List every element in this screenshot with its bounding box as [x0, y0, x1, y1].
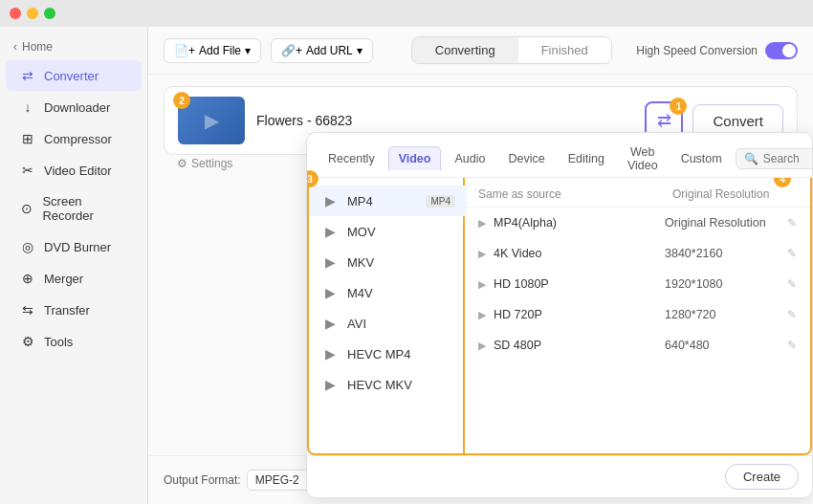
format-icon-mov: ▶: [320, 224, 340, 239]
format-item-m4v[interactable]: ▶ M4V: [309, 277, 467, 308]
format-label-mkv: MKV: [347, 255, 374, 270]
format-search[interactable]: 🔍: [736, 148, 813, 169]
settings-link[interactable]: ⚙ Settings: [177, 157, 232, 170]
format-item-mp4[interactable]: ▶ MP4 MP4: [309, 186, 467, 216]
resolution-item-alpha[interactable]: ▶ MP4(Alpha) Original Resolution ✎: [465, 208, 810, 238]
format-tab-recently[interactable]: Recently: [319, 147, 385, 170]
format-tab-custom[interactable]: Custom: [671, 147, 732, 170]
add-url-label: Add URL: [306, 44, 353, 57]
edit-icon-1080p[interactable]: ✎: [787, 277, 797, 291]
tab-finished[interactable]: Finished: [518, 37, 611, 63]
format-label-mov: MOV: [347, 225, 376, 239]
speed-conversion-toggle[interactable]: [765, 42, 798, 59]
add-file-icon: 📄+: [174, 44, 195, 57]
tab-group: Converting Finished: [411, 36, 612, 64]
edit-icon-720p[interactable]: ✎: [787, 308, 797, 321]
main-content: 📄+ Add File ▾ 🔗+ Add URL ▾ Converting Fi…: [148, 27, 813, 504]
format-icon-hevc-mp4: ▶: [320, 346, 340, 362]
format-item-mov[interactable]: ▶ MOV: [309, 216, 467, 247]
resolution-header: Same as source Original Resolution: [465, 182, 810, 208]
format-icon-hevc-mkv: ▶: [320, 377, 340, 392]
add-file-button[interactable]: 📄+ Add File ▾: [164, 38, 261, 63]
sidebar-item-merger[interactable]: ⊕ Merger: [6, 263, 142, 294]
res-label-480p: SD 480P: [494, 339, 657, 352]
res-value-1080p: 1920*1080: [665, 277, 780, 291]
app-container: ‹ Home ⇄ Converter ↓ Downloader ⊞ Compre…: [0, 27, 813, 504]
sidebar-item-label-tools: Tools: [44, 335, 73, 349]
res-value-720p: 1280*720: [665, 308, 780, 321]
title-bar: [0, 0, 813, 27]
format-tab-web-video[interactable]: Web Video: [618, 141, 668, 177]
sidebar-home[interactable]: ‹ Home: [0, 34, 147, 59]
res-value-480p: 640*480: [665, 339, 780, 352]
speed-conversion-row: High Speed Conversion: [636, 42, 798, 59]
edit-icon-480p[interactable]: ✎: [787, 339, 797, 352]
sidebar-item-label-transfer: Transfer: [44, 303, 90, 318]
sidebar-item-label-downloader: Downloader: [44, 100, 110, 115]
edit-icon-alpha[interactable]: ✎: [787, 216, 797, 230]
video-editor-icon: ✂: [19, 163, 36, 178]
format-item-mkv[interactable]: ▶ MKV: [309, 247, 467, 277]
play-icon-480p: ▶: [478, 340, 486, 352]
speed-conversion-label: High Speed Conversion: [636, 44, 758, 57]
format-tab-device[interactable]: Device: [498, 147, 554, 170]
close-button[interactable]: [10, 8, 21, 19]
resolution-item-1080p[interactable]: ▶ HD 1080P 1920*1080 ✎: [465, 269, 810, 299]
settings-gear-icon: ⚙: [177, 157, 187, 170]
add-url-button[interactable]: 🔗+ Add URL ▾: [271, 38, 373, 63]
create-button[interactable]: Create: [725, 464, 799, 490]
sidebar-item-screen-recorder[interactable]: ⊙ Screen Recorder: [6, 186, 142, 230]
home-chevron-icon: ‹: [13, 40, 17, 54]
format-dialog: RecentlyVideoAudioDeviceEditingWeb Video…: [306, 132, 813, 498]
sidebar-item-video-editor[interactable]: ✂ Video Editor: [6, 155, 142, 186]
sidebar-item-dvd-burner[interactable]: ◎ DVD Burner: [6, 231, 142, 262]
format-item-hevc-mkv[interactable]: ▶ HEVC MKV: [309, 369, 467, 400]
sidebar-item-transfer[interactable]: ⇆ Transfer: [6, 295, 142, 325]
merger-icon: ⊕: [19, 271, 36, 286]
res-label-1080p: HD 1080P: [494, 277, 657, 291]
dvd-burner-icon: ◎: [19, 239, 36, 254]
format-search-input[interactable]: [763, 152, 813, 165]
converter-icon: ⇄: [19, 68, 36, 83]
settings-label: Settings: [191, 157, 232, 170]
add-file-label: Add File: [199, 44, 241, 57]
format-label-hevc-mp4: HEVC MP4: [347, 347, 410, 362]
format-tab-editing[interactable]: Editing: [559, 147, 614, 170]
add-url-chevron-icon: ▾: [357, 44, 363, 57]
sidebar-item-label-screen-recorder: Screen Recorder: [42, 194, 128, 223]
res-label-4k: 4K Video: [494, 247, 657, 260]
format-tab-audio[interactable]: Audio: [445, 147, 494, 170]
format-label-avi: AVI: [347, 317, 366, 331]
play-icon-720p: ▶: [478, 309, 486, 321]
minimize-button[interactable]: [27, 8, 38, 19]
format-item-hevc-mp4[interactable]: ▶ HEVC MP4: [309, 339, 467, 369]
format-list: ▶ MP4 MP4 ▶ MOV ▶ MKV ▶ M4V ▶ AVI ▶ HEVC…: [309, 178, 467, 453]
add-url-icon: 🔗+: [281, 44, 302, 57]
sidebar: ‹ Home ⇄ Converter ↓ Downloader ⊞ Compre…: [0, 27, 148, 504]
maximize-button[interactable]: [44, 8, 55, 19]
resolution-list: Same as source Original Resolution ▶ MP4…: [465, 178, 810, 453]
resolution-item-720p[interactable]: ▶ HD 720P 1280*720 ✎: [465, 299, 810, 330]
resolution-item-4k[interactable]: ▶ 4K Video 3840*2160 ✎: [465, 238, 810, 269]
format-item-avi[interactable]: ▶ AVI: [309, 308, 467, 339]
sidebar-item-downloader[interactable]: ↓ Downloader: [6, 92, 142, 122]
sidebar-item-tools[interactable]: ⚙ Tools: [6, 326, 142, 357]
search-icon: 🔍: [744, 152, 758, 165]
res-label-720p: HD 720P: [494, 308, 657, 321]
home-label: Home: [22, 40, 53, 54]
sidebar-item-converter[interactable]: ⇄ Converter: [6, 60, 142, 91]
output-format-label: Output Format:: [164, 473, 241, 487]
res-header-value: Original Resolution: [672, 187, 797, 201]
play-icon-4k: ▶: [478, 248, 486, 260]
tab-converting[interactable]: Converting: [412, 37, 518, 63]
resolution-item-480p[interactable]: ▶ SD 480P 640*480 ✎: [465, 330, 810, 361]
tools-icon: ⚙: [19, 334, 36, 349]
resolution-items-container: ▶ MP4(Alpha) Original Resolution ✎ ▶ 4K …: [465, 208, 810, 361]
format-body: 3 ▶ MP4 MP4 ▶ MOV ▶ MKV ▶ M4V ▶ AVI ▶ HE…: [307, 178, 812, 455]
play-icon-alpha: ▶: [478, 217, 486, 230]
edit-icon-4k[interactable]: ✎: [787, 247, 797, 260]
sidebar-item-compressor[interactable]: ⊞ Compressor: [6, 123, 142, 154]
sidebar-item-label-dvd-burner: DVD Burner: [44, 240, 111, 254]
sidebar-item-label-converter: Converter: [44, 69, 99, 83]
format-tab-video[interactable]: Video: [388, 146, 442, 171]
